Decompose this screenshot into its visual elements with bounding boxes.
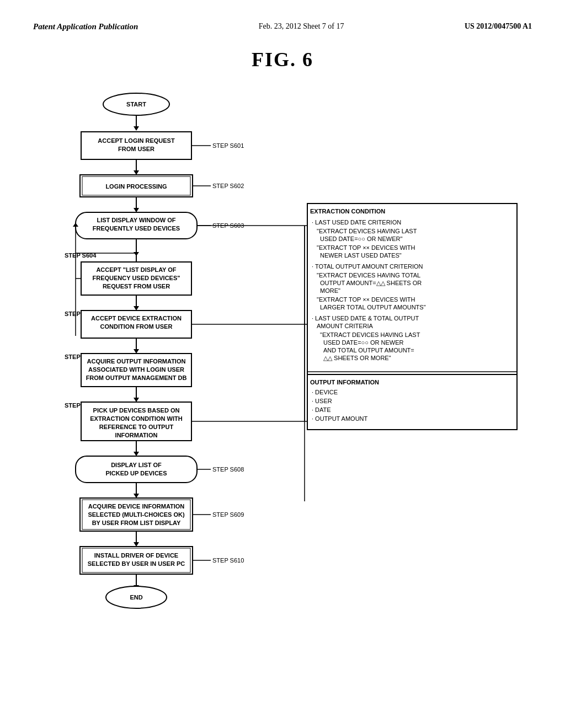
flowchart-diagram: START ACCEPT LOGIN REQUEST FROM USER STE… [34, 88, 531, 667]
s607-line3: REFERENCE TO OUTPUT [99, 424, 174, 430]
extract-2a-q2: OUTPUT AMOUNT=△△ SHEETS OR [320, 280, 422, 286]
combined-criterion: · LAST USED DATE & TOTAL OUTPUT [312, 315, 419, 322]
extract-2a-q3: MORE" [320, 287, 340, 294]
publication-label: Patent Application Publication [33, 22, 138, 31]
svg-marker-33 [134, 349, 139, 354]
s609-line3: BY USER FROM LIST DISPLAY [92, 520, 181, 526]
s605-line1: ACCEPT DEVICE EXTRACTION [91, 315, 182, 322]
s610-line1: INSTALL DRIVER OF DEVICE [94, 552, 178, 559]
extract-3-q4: △△ SHEETS OR MORE" [323, 355, 391, 361]
s607-line1: PICK UP DEVICES BASED ON [93, 407, 180, 414]
date-sheet-label: Feb. 23, 2012 Sheet 7 of 17 [259, 22, 344, 31]
s609-line1: ACQUIRE DEVICE INFORMATION [88, 503, 185, 510]
svg-marker-40 [134, 452, 139, 456]
extract-3-q1: "EXTRACT DEVICES HAVING LAST [320, 331, 420, 338]
output-date: · DATE [312, 406, 331, 413]
s606-line3: FROM OUTPUT MANAGEMENT DB [86, 374, 187, 381]
s601-label: STEP S601 [212, 142, 244, 149]
output-info-title: OUTPUT INFORMATION [310, 379, 379, 386]
svg-marker-27 [134, 306, 139, 311]
start-label: START [126, 101, 146, 108]
svg-marker-6 [134, 170, 139, 175]
svg-rect-41 [76, 456, 197, 483]
s603-line1: LIST DISPLAY WINDOW OF [97, 217, 175, 223]
extract-1a-q2: USED DATE=○○ OR NEWER" [320, 235, 402, 242]
patent-number-label: US 2012/0047500 A1 [465, 22, 532, 31]
s606-line1: ACQUIRE OUTPUT INFORMATION [87, 358, 186, 365]
end-label: END [130, 594, 142, 601]
extract-3-q2: USED DATE=○○ OR NEWER [323, 339, 403, 346]
svg-marker-49 [134, 542, 139, 547]
s607-line2: EXTRACTION CONDITION WITH [90, 415, 182, 422]
s605-line2: CONDITION FROM USER [100, 323, 173, 330]
s603-line2: FREQUENTLY USED DEVICES [93, 225, 180, 232]
s601-line2: FROM USER [118, 146, 154, 152]
extraction-title: EXTRACTION CONDITION [310, 208, 385, 215]
s604-line3: REQUEST FROM USER [103, 283, 170, 290]
extract-3-q3: AND TOTAL OUTPUT AMOUNT= [323, 347, 414, 354]
combined-criterion-2: AMOUNT CRITERIA [317, 323, 374, 329]
extract-1b-q1: "EXTRACT TOP ×× DEVICES WITH [317, 244, 415, 251]
total-output: · TOTAL OUTPUT AMOUNT CRITERION [312, 263, 423, 270]
s608-line1: DISPLAY LIST OF [111, 462, 162, 468]
s610-label: STEP S610 [212, 557, 244, 564]
s609-label: STEP S609 [212, 511, 244, 518]
s608-label: STEP S608 [212, 466, 244, 473]
page-header: Patent Application Publication Feb. 23, … [33, 22, 532, 31]
extract-2b-q2: LARGER TOTAL OUTPUT AMOUNTS" [320, 304, 426, 311]
s604-line2: FREQUENCY USED DEVICES" [92, 275, 180, 281]
figure-title: FIG. 6 [33, 48, 532, 71]
extract-1b-q2: NEWER LAST USED DATES" [320, 252, 402, 259]
extract-2b-q1: "EXTRACT TOP ×× DEVICES WITH [317, 296, 415, 303]
svg-marker-36 [134, 398, 139, 402]
extract-2a-q1: "EXTRACT DEVICES HAVING TOTAL [317, 272, 420, 279]
svg-marker-2 [134, 126, 139, 131]
flowchart-svg: START ACCEPT LOGIN REQUEST FROM USER STE… [34, 88, 531, 667]
page: Patent Application Publication Feb. 23, … [0, 0, 565, 728]
s601-line1: ACCEPT LOGIN REQUEST [98, 137, 175, 144]
s609-line2: SELECTED (MULTI-CHOICES OK) [88, 511, 185, 518]
s602-label: STEP S602 [212, 183, 244, 189]
s602-text: LOGIN PROCESSING [105, 183, 167, 190]
s610-line2: SELECTED BY USER IN USER PC [88, 560, 185, 567]
s606-line2: ASSOCIATED WITH LOGIN USER [88, 366, 184, 373]
output-amount: · OUTPUT AMOUNT [312, 415, 368, 422]
svg-marker-11 [134, 208, 139, 212]
s604-line1: ACCEPT "LIST DISPLAY OF [96, 266, 176, 273]
s608-line2: PICKED UP DEVICES [105, 470, 167, 477]
svg-marker-44 [134, 494, 139, 498]
last-used-date: · LAST USED DATE CRITERION [312, 219, 401, 226]
s607-line4: INFORMATION [115, 432, 158, 438]
output-user: · USER [312, 398, 332, 404]
output-device: · DEVICE [312, 389, 338, 395]
extract-1a-q1: "EXTRACT DEVICES HAVING LAST [317, 228, 417, 234]
